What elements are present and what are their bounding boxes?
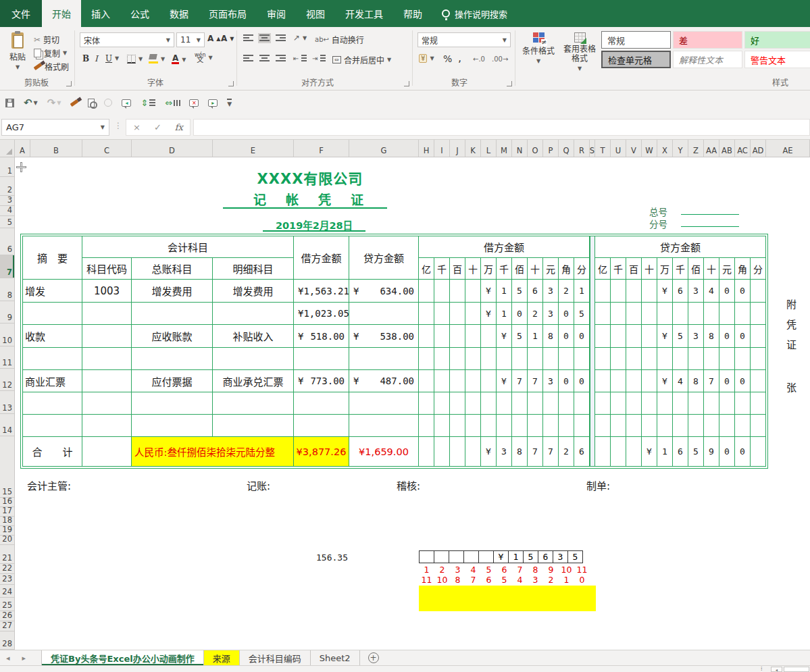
strip-cell[interactable] (419, 550, 434, 563)
credit-digit-header-1[interactable]: 亿 (595, 258, 611, 280)
cell-general[interactable] (132, 392, 213, 415)
paste-button[interactable]: 粘贴 ▼ (5, 32, 30, 70)
total-debit-digit-cell[interactable]: 8 (512, 437, 528, 467)
debit-digit-cell[interactable]: 0 (574, 325, 590, 348)
debit-digit-cell[interactable] (450, 325, 465, 348)
new-sheet-button[interactable]: + (368, 650, 379, 665)
total-debit-digit-cell[interactable]: 6 (574, 437, 590, 467)
cell-debit[interactable]: ¥1,023.05 (294, 303, 349, 325)
credit-digit-header-3[interactable]: 百 (626, 258, 642, 280)
debit-digit-header-6[interactable]: 千 (497, 258, 512, 280)
credit-digit-cell[interactable]: 6 (673, 280, 688, 303)
row-header-13[interactable]: 13 (0, 391, 14, 414)
col-header-X[interactable]: X (657, 140, 673, 157)
credit-digit-cell[interactable] (642, 415, 657, 437)
debit-digit-cell[interactable] (481, 325, 497, 348)
row-header-15[interactable]: 15 (0, 436, 14, 498)
col-header-V[interactable]: V (626, 140, 642, 157)
credit-digit-cell[interactable] (595, 303, 611, 325)
tell-me-search[interactable]: 操作说明搜索 (435, 0, 514, 27)
attachment-unit-cell[interactable]: 张 (784, 382, 798, 403)
header-credit-digits[interactable]: 贷方金额 (595, 236, 766, 258)
debit-digit-cell[interactable] (497, 348, 512, 370)
total-credit-digit-cell[interactable] (626, 437, 642, 467)
row-header-1[interactable]: 1 (0, 157, 14, 177)
debit-digit-cell[interactable]: 3 (543, 370, 559, 392)
cell-credit[interactable] (349, 303, 419, 325)
total-credit-digit-cell[interactable]: 6 (673, 437, 688, 467)
total-debit-digit-cell[interactable]: 2 (559, 437, 574, 467)
row-header-27[interactable]: 27 (0, 621, 14, 631)
cell-debit[interactable] (294, 392, 349, 415)
red-number[interactable]: 4 (465, 565, 481, 575)
credit-digit-cell[interactable] (751, 415, 766, 437)
col-header-I[interactable]: I (434, 140, 450, 157)
debit-digit-cell[interactable]: 7 (512, 370, 528, 392)
wrap-text-button[interactable]: ab↩ 自动换行 (315, 34, 364, 45)
debit-digit-cell[interactable]: 6 (528, 280, 543, 303)
strip-cell[interactable]: 5 (523, 550, 538, 563)
col-header-AA[interactable]: AA (704, 140, 719, 157)
credit-digit-cell[interactable] (595, 325, 611, 348)
total-debit-digit-cell[interactable]: 3 (497, 437, 512, 467)
italic-button[interactable]: I (95, 54, 98, 63)
credit-digit-header-9[interactable]: 元 (719, 258, 735, 280)
credit-digit-cell[interactable] (719, 392, 735, 415)
cell-code[interactable] (82, 348, 132, 370)
shrink-font-button[interactable]: A▼ (221, 34, 234, 43)
insert-comment-button[interactable]: ◂ (122, 99, 131, 107)
credit-digit-cell[interactable] (719, 303, 735, 325)
header-debit-digits[interactable]: 借方金额 (419, 236, 590, 258)
debit-digit-cell[interactable]: 0 (559, 370, 574, 392)
credit-digit-cell[interactable] (704, 348, 719, 370)
credit-digit-cell[interactable]: 7 (704, 370, 719, 392)
credit-digit-cell[interactable] (735, 392, 751, 415)
ribbon-tab-视图[interactable]: 视图 (296, 0, 335, 27)
debit-digit-cell[interactable] (481, 415, 497, 437)
credit-digit-cell[interactable]: 3 (688, 325, 704, 348)
row-header-11[interactable]: 11 (0, 346, 14, 369)
credit-digit-cell[interactable] (611, 392, 626, 415)
debit-digit-cell[interactable]: ¥ (497, 370, 512, 392)
credit-digit-cell[interactable] (657, 392, 673, 415)
debit-digit-cell[interactable] (574, 392, 590, 415)
debit-digit-cell[interactable] (512, 392, 528, 415)
credit-digit-cell[interactable] (626, 325, 642, 348)
credit-digit-cell[interactable]: 0 (735, 280, 751, 303)
credit-digit-cell[interactable]: 4 (704, 280, 719, 303)
debit-digit-cell[interactable] (419, 325, 434, 348)
header-general[interactable]: 总账科目 (132, 258, 213, 280)
style-chip-差[interactable]: 差 (673, 31, 742, 49)
debit-digit-cell[interactable] (512, 415, 528, 437)
col-header-P[interactable]: P (543, 140, 559, 157)
cell-general[interactable] (132, 415, 213, 437)
header-debit[interactable]: 借方金额 (294, 236, 349, 280)
credit-digit-cell[interactable] (704, 303, 719, 325)
credit-digit-cell[interactable] (735, 303, 751, 325)
borders-button[interactable]: ▼ (127, 55, 143, 63)
debit-digit-cell[interactable] (434, 325, 450, 348)
cell-summary[interactable]: 增发 (23, 280, 82, 303)
cell-general[interactable]: 应付票据 (132, 370, 213, 392)
style-chip-常规[interactable]: 常规 (601, 31, 671, 49)
signature-bookkeeper[interactable]: 记账: (247, 478, 270, 492)
credit-digit-cell[interactable]: 4 (673, 370, 688, 392)
delete-comment-button[interactable]: × (189, 99, 199, 107)
debit-digit-cell[interactable]: 2 (528, 303, 543, 325)
credit-digit-cell[interactable]: 0 (719, 370, 735, 392)
debit-digit-cell[interactable]: 5 (512, 325, 528, 348)
underline-split[interactable]: ▼ (115, 55, 119, 61)
credit-digit-cell[interactable] (751, 348, 766, 370)
credit-digit-cell[interactable]: 5 (673, 325, 688, 348)
debit-digit-cell[interactable] (559, 392, 574, 415)
red-number[interactable]: 1 (559, 575, 574, 585)
credit-digit-cell[interactable]: 3 (688, 280, 704, 303)
cell-detail[interactable] (213, 392, 294, 415)
row-header-2[interactable]: 2 (0, 177, 14, 196)
debit-digit-cell[interactable]: 2 (559, 280, 574, 303)
cell-detail[interactable] (213, 415, 294, 437)
col-header-Z[interactable]: Z (688, 140, 704, 157)
debit-digit-cell[interactable] (419, 392, 434, 415)
number-format-combo[interactable]: 常规 ▼ (417, 32, 511, 47)
orientation-button[interactable]: ↗▼ (293, 33, 307, 43)
